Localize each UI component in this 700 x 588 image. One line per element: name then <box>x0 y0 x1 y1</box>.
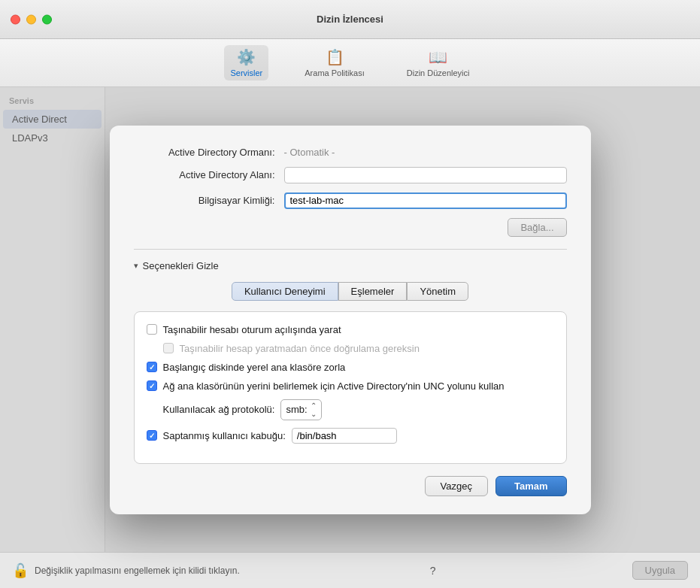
servisler-icon: ⚙️ <box>237 48 256 66</box>
tabs-bar: Kullanıcı Deneyimi Eşlemeler Yönetim <box>134 282 567 301</box>
arama-politikasi-label: Arama Politikası <box>305 68 364 77</box>
servisler-label: Servisler <box>230 68 262 77</box>
minimize-button[interactable] <box>26 14 36 24</box>
option-row-unc-path: Ağ ana klasörünün yerini belirlemek için… <box>147 380 554 392</box>
title-bar: Dizin İzlencesi <box>0 0 700 39</box>
option-row-local-home: Başlangıç diskinde yerel ana klasöre zor… <box>147 362 554 373</box>
toolbar-item-dizin-duzenleyici[interactable]: 📖 Dizin Düzenleyici <box>401 45 476 80</box>
modal-backdrop: Active Directory Ormanı: - Otomatik - Ac… <box>0 87 700 552</box>
toolbar-item-arama-politikasi[interactable]: 📋 Arama Politikası <box>298 45 370 80</box>
computer-id-label: Bilgisayar Kimliği: <box>134 195 284 206</box>
close-button[interactable] <box>11 14 20 24</box>
main-content: Servis Active Direct LDAPv3 Active Direc… <box>0 87 700 552</box>
checkbox-mobile-confirm[interactable] <box>163 343 174 353</box>
chevron-down-icon: ⌃⌄ <box>311 402 317 418</box>
dizin-duzenleyici-icon: 📖 <box>429 48 447 66</box>
shell-row: Saptanmış kullanıcı kabuğu: <box>147 428 554 444</box>
domain-row: Active Directory Alanı: <box>134 167 567 183</box>
computer-id-row: Bilgisayar Kimliği: <box>134 192 567 209</box>
checkbox-unc-path[interactable] <box>147 380 157 391</box>
maximize-button[interactable] <box>42 14 52 24</box>
forest-label: Active Directory Ormanı: <box>134 147 284 158</box>
option-label-local-home: Başlangıç diskinde yerel ana klasöre zor… <box>163 362 346 373</box>
domain-label: Active Directory Alanı: <box>134 169 284 180</box>
forest-row: Active Directory Ormanı: - Otomatik - <box>134 147 567 158</box>
protocol-value: smb: <box>286 404 307 415</box>
options-panel: Taşınabilir hesabı oturum açılışında yar… <box>134 311 567 464</box>
lock-icon: 🔓 <box>12 562 29 579</box>
cancel-button[interactable]: Vazgeç <box>425 476 488 496</box>
traffic-lights <box>11 14 52 24</box>
apply-button[interactable]: Uygula <box>632 561 688 580</box>
domain-input[interactable] <box>284 167 567 183</box>
option-row-mobile-confirm: Taşınabilir hesap yaratmadan önce doğrul… <box>163 343 554 354</box>
option-label-mobile-confirm: Taşınabilir hesap yaratmadan önce doğrul… <box>180 343 420 354</box>
connect-row: Bağla... <box>134 218 567 237</box>
option-row-mobile-account: Taşınabilir hesabı oturum açılışında yar… <box>147 324 554 335</box>
connect-button[interactable]: Bağla... <box>508 218 566 237</box>
chevron-down-icon: ▾ <box>134 261 138 271</box>
arama-politikasi-icon: 📋 <box>326 48 344 66</box>
option-label-unc-path: Ağ ana klasörünün yerini belirlemek için… <box>163 380 505 392</box>
checkbox-shell[interactable] <box>147 430 157 441</box>
bottom-bar: 🔓 Değişiklik yapılmasını engellemek için… <box>0 552 700 588</box>
window-title: Dizin İzlencesi <box>317 14 383 25</box>
modal-dialog: Active Directory Ormanı: - Otomatik - Ac… <box>110 126 591 514</box>
forest-value: - Otomatik - <box>284 147 335 158</box>
section-toggle[interactable]: ▾ Seçenekleri Gizle <box>134 260 567 271</box>
protocol-label: Kullanılacak ağ protokolü: <box>163 404 275 415</box>
divider <box>134 249 567 250</box>
toolbar: ⚙️ Servisler 📋 Arama Politikası 📖 Dizin … <box>0 39 700 87</box>
dizin-duzenleyici-label: Dizin Düzenleyici <box>407 68 470 77</box>
protocol-row: Kullanılacak ağ protokolü: smb: ⌃⌄ <box>163 399 554 420</box>
lock-text: Değişiklik yapılmasını engellemek için k… <box>35 565 240 576</box>
shell-label: Saptanmış kullanıcı kabuğu: <box>163 430 286 441</box>
help-icon[interactable]: ? <box>430 565 436 577</box>
modal-buttons: Vazgeç Tamam <box>134 476 567 496</box>
section-toggle-label: Seçenekleri Gizle <box>143 260 219 271</box>
lock-icon-wrap[interactable]: 🔓 Değişiklik yapılmasını engellemek için… <box>12 562 240 579</box>
checkbox-mobile-account[interactable] <box>147 324 157 335</box>
tab-yonetim[interactable]: Yönetim <box>407 282 468 301</box>
shell-input[interactable] <box>292 428 397 444</box>
option-label-mobile-account: Taşınabilir hesabı oturum açılışında yar… <box>163 324 341 335</box>
tab-eslemeler[interactable]: Eşlemeler <box>338 282 408 301</box>
checkbox-local-home[interactable] <box>147 362 157 372</box>
tab-kullanici-deneyimi[interactable]: Kullanıcı Deneyimi <box>232 282 338 301</box>
computer-id-input[interactable] <box>284 192 567 209</box>
ok-button[interactable]: Tamam <box>495 476 567 496</box>
toolbar-item-servisler[interactable]: ⚙️ Servisler <box>224 45 268 80</box>
protocol-select[interactable]: smb: ⌃⌄ <box>280 399 321 420</box>
